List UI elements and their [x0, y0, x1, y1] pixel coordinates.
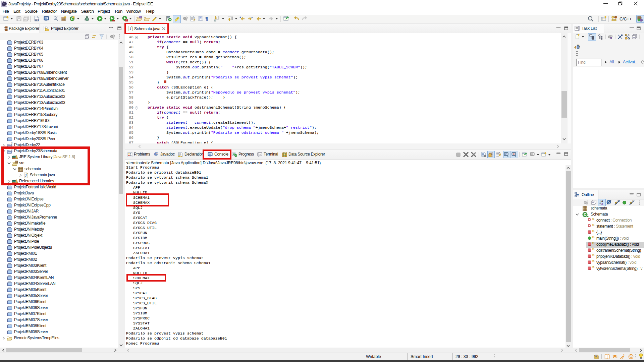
svg-text:J: J — [641, 16, 642, 20]
svg-text:z: z — [601, 202, 603, 205]
svg-text:C: C — [71, 17, 73, 21]
svg-text:C: C — [584, 213, 587, 217]
svg-text:010: 010 — [35, 18, 39, 21]
svg-text:J: J — [11, 142, 13, 145]
